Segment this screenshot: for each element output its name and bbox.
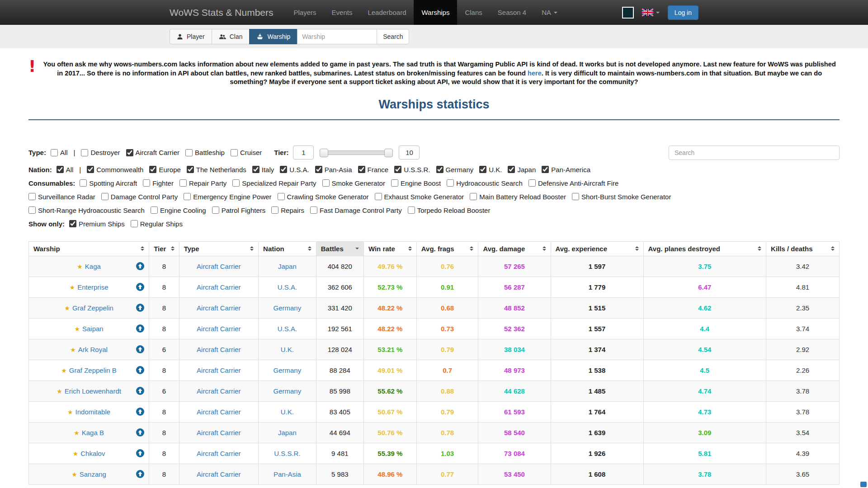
filter-option-hydroacoustic-search[interactable]: Hydroacoustic Search — [447, 179, 523, 187]
repairs-checkbox[interactable] — [271, 206, 278, 214]
engine-boost-checkbox[interactable] — [391, 179, 398, 187]
filter-option-all[interactable]: All — [57, 166, 74, 174]
filter-option-u-s-a[interactable]: U.S.A. — [280, 166, 309, 174]
filter-option-repair-party[interactable]: Repair Party — [179, 179, 226, 187]
filter-option-aircraft-carrier[interactable]: Aircraft Carrier — [126, 149, 180, 156]
column-header-nation[interactable]: Nation — [259, 241, 316, 256]
patrol-fighters-checkbox[interactable] — [212, 206, 219, 214]
nation-link[interactable]: U.K. — [281, 408, 294, 416]
notice-here-link[interactable]: here — [528, 70, 542, 77]
warship-link[interactable]: Kaga B — [82, 429, 104, 436]
filter-option-defensive-anti-aircraft-fire[interactable]: Defensive Anti-Aircraft Fire — [528, 179, 618, 187]
filter-option-pan-asia[interactable]: Pan-Asia — [315, 166, 352, 174]
filter-option-torpedo-reload-booster[interactable]: Torpedo Reload Booster — [408, 206, 491, 214]
column-header-type[interactable]: Type — [179, 241, 258, 256]
filter-option-premium-ships[interactable]: Premium Ships — [69, 220, 125, 228]
italy-checkbox[interactable] — [252, 166, 259, 173]
filter-option-specialized-repair-party[interactable]: Specialized Repair Party — [232, 179, 316, 187]
compare-button[interactable] — [136, 262, 144, 270]
cruiser-checkbox[interactable] — [231, 149, 238, 156]
filter-option-short-range-hydroacoustic-search[interactable]: Short-Range Hydroacoustic Search — [28, 206, 145, 214]
main-battery-reload-booster-checkbox[interactable] — [470, 193, 477, 200]
nav-item-players[interactable]: Players — [286, 0, 324, 25]
type-link[interactable]: Aircraft Carrier — [197, 429, 241, 436]
tier-min-input[interactable] — [293, 145, 314, 160]
compare-button[interactable] — [136, 366, 144, 374]
filter-option-japan[interactable]: Japan — [508, 166, 536, 174]
type-link[interactable]: Aircraft Carrier — [197, 325, 241, 333]
nation-link[interactable]: Japan — [278, 263, 297, 270]
commonwealth-checkbox[interactable] — [87, 166, 94, 173]
filter-option-fighter[interactable]: Fighter — [143, 179, 174, 187]
warship-link[interactable]: Erich Loewenhardt — [65, 387, 121, 395]
fighter-checkbox[interactable] — [143, 179, 150, 187]
filter-option-main-battery-reload-booster[interactable]: Main Battery Reload Booster — [470, 193, 566, 201]
warship-link[interactable]: Sanzang — [80, 470, 106, 478]
nation-link[interactable]: Germany — [274, 387, 302, 395]
filter-option-europe[interactable]: Europe — [149, 166, 180, 174]
warship-link[interactable]: Graf Zeppelin — [72, 304, 113, 312]
filter-option-patrol-fighters[interactable]: Patrol Fighters — [212, 206, 266, 214]
europe-checkbox[interactable] — [149, 166, 156, 173]
crawling-smoke-generator-checkbox[interactable] — [278, 193, 285, 200]
compare-button[interactable] — [136, 408, 144, 416]
nav-item-season-4[interactable]: Season 4 — [490, 0, 534, 25]
torpedo-reload-booster-checkbox[interactable] — [408, 206, 415, 214]
all-checkbox[interactable] — [51, 149, 58, 156]
pan-asia-checkbox[interactable] — [315, 166, 322, 173]
column-header-avg-frags[interactable]: Avg. frags — [416, 241, 478, 256]
search-tab-warship[interactable]: Warship — [249, 29, 297, 44]
login-button[interactable]: Log in — [668, 5, 698, 20]
u-s-a-checkbox[interactable] — [280, 166, 287, 173]
nation-link[interactable]: U.S.A. — [278, 325, 297, 333]
filter-option-cruiser[interactable]: Cruiser — [231, 149, 262, 156]
filter-option-engine-boost[interactable]: Engine Boost — [391, 179, 441, 187]
the-netherlands-checkbox[interactable] — [187, 166, 194, 173]
engine-cooling-checkbox[interactable] — [151, 206, 158, 214]
filter-option-pan-america[interactable]: Pan-America — [542, 166, 590, 174]
filter-option-repairs[interactable]: Repairs — [271, 206, 304, 214]
nation-link[interactable]: U.K. — [281, 346, 294, 353]
column-header-kills-deaths[interactable]: Kills / deaths — [766, 241, 840, 256]
column-header-warship[interactable]: Warship — [29, 241, 149, 256]
warship-search-input[interactable] — [297, 29, 377, 44]
filter-option-exhaust-smoke-generator[interactable]: Exhaust Smoke Generator — [375, 193, 464, 201]
tier-slider-handle-max[interactable] — [384, 149, 393, 157]
germany-checkbox[interactable] — [436, 166, 443, 173]
filter-option-italy[interactable]: Italy — [252, 166, 274, 174]
u-k-checkbox[interactable] — [479, 166, 486, 173]
smoke-generator-checkbox[interactable] — [322, 179, 330, 187]
warship-link[interactable]: Kaga — [85, 263, 101, 270]
exhaust-smoke-generator-checkbox[interactable] — [375, 193, 382, 200]
filter-option-the-netherlands[interactable]: The Netherlands — [187, 166, 246, 174]
search-button[interactable]: Search — [377, 29, 409, 44]
type-link[interactable]: Aircraft Carrier — [197, 450, 241, 457]
filter-option-u-s-s-r[interactable]: U.S.S.R. — [394, 166, 430, 174]
column-header-tier[interactable]: Tier — [149, 241, 179, 256]
warship-link[interactable]: Ark Royal — [78, 346, 108, 353]
column-header-avg-experience[interactable]: Avg. experience — [551, 241, 643, 256]
france-checkbox[interactable] — [358, 166, 365, 173]
u-s-s-r-checkbox[interactable] — [394, 166, 401, 173]
nation-link[interactable]: U.S.S.R. — [274, 450, 300, 457]
search-tab-clan[interactable]: Clan — [212, 29, 250, 44]
column-header-avg-damage[interactable]: Avg. damage — [478, 241, 551, 256]
tier-slider[interactable] — [320, 150, 392, 155]
filter-option-battleship[interactable]: Battleship — [185, 149, 225, 156]
site-brand[interactable]: WoWS Stats & Numbers — [170, 0, 274, 25]
type-link[interactable]: Aircraft Carrier — [197, 346, 241, 353]
search-tab-player[interactable]: Player — [170, 29, 212, 44]
language-selector[interactable] — [642, 9, 660, 16]
filter-option-crawling-smoke-generator[interactable]: Crawling Smoke Generator — [278, 193, 369, 201]
hydroacoustic-search-checkbox[interactable] — [447, 179, 454, 187]
type-link[interactable]: Aircraft Carrier — [197, 263, 241, 270]
column-header-battles[interactable]: Battles — [316, 241, 363, 256]
filter-option-emergency-engine-power[interactable]: Emergency Engine Power — [184, 193, 271, 201]
filter-option-engine-cooling[interactable]: Engine Cooling — [151, 206, 206, 214]
type-link[interactable]: Aircraft Carrier — [197, 304, 241, 312]
warship-link[interactable]: Graf Zeppelin B — [69, 366, 117, 374]
type-link[interactable]: Aircraft Carrier — [197, 470, 241, 478]
spotting-aircraft-checkbox[interactable] — [80, 179, 87, 187]
nation-link[interactable]: Germany — [274, 304, 302, 312]
compare-button[interactable] — [136, 304, 144, 312]
